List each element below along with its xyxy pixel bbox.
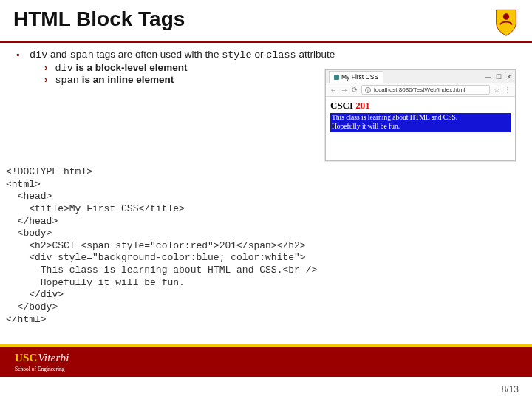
code-div: div <box>30 50 47 61</box>
url-text: localhost:8080/TestWeb/index.html <box>374 86 465 93</box>
menu-icon[interactable]: ⋮ <box>504 86 511 94</box>
footer-subtitle: School of Engineering <box>15 366 69 372</box>
tab-title: My First CSS <box>341 73 378 81</box>
page-heading: CSCI 201 <box>330 100 511 112</box>
footer-logo: USCViterbi School of Engineering <box>15 352 69 372</box>
reload-icon[interactable]: ⟳ <box>352 86 358 94</box>
window-controls: — ☐ ✕ <box>485 73 512 81</box>
slide: HTML Block Tags div and span tags are of… <box>0 0 532 399</box>
browser-tabstrip: My First CSS — ☐ ✕ <box>326 70 515 83</box>
page-number: 8/13 <box>502 384 519 395</box>
svg-point-0 <box>503 13 509 19</box>
slide-title: HTML Block Tags <box>13 7 185 31</box>
bookmark-star-icon[interactable]: ☆ <box>494 86 500 94</box>
close-icon[interactable]: ✕ <box>506 73 512 81</box>
code-class: class <box>266 50 296 61</box>
title-bar: HTML Block Tags <box>0 0 532 43</box>
address-bar[interactable]: i localhost:8080/TestWeb/index.html <box>361 85 490 95</box>
site-info-icon[interactable]: i <box>365 87 371 93</box>
footer-bar: USCViterbi School of Engineering <box>0 344 532 377</box>
browser-viewport: CSCI 201 This class is learning about HT… <box>326 97 515 135</box>
back-icon[interactable]: ← <box>330 86 337 94</box>
code-example: <!DOCTYPE html> <html> <head> <title>My … <box>6 166 317 326</box>
forward-icon[interactable]: → <box>341 86 348 94</box>
browser-window: My First CSS — ☐ ✕ ← → ⟳ i localhost:808… <box>325 69 516 161</box>
code-span: span <box>69 50 93 61</box>
page-blue-div: This class is learning about HTML and CS… <box>330 113 511 132</box>
minimize-icon[interactable]: — <box>485 73 491 81</box>
favicon-icon <box>334 75 339 80</box>
code-style: style <box>222 50 252 61</box>
usc-shield-icon <box>494 7 519 37</box>
browser-toolbar: ← → ⟳ i localhost:8080/TestWeb/index.htm… <box>326 83 515 97</box>
maximize-icon[interactable]: ☐ <box>496 73 502 81</box>
browser-tab[interactable]: My First CSS <box>329 71 383 83</box>
